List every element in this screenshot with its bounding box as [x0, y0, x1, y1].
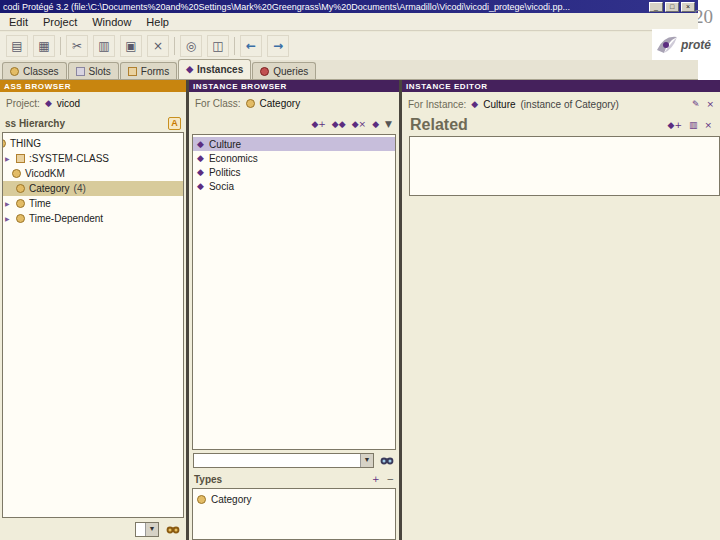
instance-of-note: (instance of Category) [521, 99, 619, 110]
tree-item-label: THING [10, 138, 41, 149]
tree-item-vicodkm[interactable]: VicodKM [3, 166, 183, 181]
expand-arrow-icon[interactable]: ▶ [5, 155, 12, 162]
for-class-name: Category [260, 98, 301, 109]
protege-logo: proté [652, 29, 720, 60]
minimize-button[interactable]: _ [649, 2, 663, 12]
superclass-combobox[interactable]: ▼ [135, 522, 159, 537]
window-controls: _ □ × [649, 2, 695, 12]
view-instance-icon[interactable]: ◆ [372, 119, 379, 129]
menu-edit[interactable]: Edit [9, 16, 28, 28]
delete-instance-icon[interactable]: ◆× [352, 119, 366, 129]
project-name: vicod [57, 98, 80, 109]
tab-label: Forms [141, 66, 169, 77]
tree-item-time-dependent[interactable]: ▶ Time-Dependent [3, 211, 183, 226]
instance-search-row: ▼ [189, 450, 399, 470]
remove-type-icon[interactable]: − [386, 474, 394, 484]
menu-project[interactable]: Project [43, 16, 77, 28]
menu-help[interactable]: Help [146, 16, 169, 28]
chevron-down-icon[interactable]: ▼ [360, 454, 373, 467]
tab-slots[interactable]: Slots [68, 62, 119, 79]
tree-item-label: Time [29, 198, 51, 209]
back-icon[interactable]: ← [240, 35, 262, 57]
tree-item-system-class[interactable]: ▶ :SYSTEM-CLASS [3, 151, 183, 166]
editor-empty-area [402, 196, 720, 540]
class-tree: THING ▶ :SYSTEM-CLASS VicodKM Category (… [2, 132, 184, 518]
tab-label: Queries [273, 66, 308, 77]
class-browser-panel: ASS BROWSER Project: ◆ vicod ss Hierarch… [0, 80, 186, 540]
for-class-label: For Class: [195, 98, 241, 109]
protege-window: codi Protégé 3.2 (file:\C:\Documents%20a… [0, 0, 720, 540]
instance-count: (4) [74, 183, 86, 194]
remove-related-icon[interactable]: × [704, 120, 712, 130]
type-item-category[interactable]: Category [193, 492, 395, 506]
class-icon [246, 99, 255, 108]
copy-icon[interactable]: ▥ [93, 35, 115, 57]
create-instance-icon[interactable]: ◆+ [311, 119, 325, 129]
instance-editor-panel: INSTANCE EDITOR For Instance: ◆ Culture … [402, 80, 720, 540]
tab-queries[interactable]: Queries [252, 62, 316, 79]
tree-item-category[interactable]: Category (4) [3, 181, 183, 196]
copy-instance-icon[interactable]: ◆◆ [332, 119, 346, 129]
tree-item-time[interactable]: ▶ Time [3, 196, 183, 211]
cut-icon[interactable]: ✂ [66, 35, 88, 57]
instance-label: Socia [209, 181, 234, 192]
find-instance-icon[interactable] [378, 453, 395, 468]
tab-label: Slots [89, 66, 111, 77]
class-browser-header: ASS BROWSER [0, 80, 186, 92]
instance-label: Culture [209, 139, 241, 150]
tab-instances[interactable]: ◆ Instances [178, 59, 251, 79]
tree-item-label: VicodKM [25, 168, 65, 179]
instance-icon: ◆ [186, 65, 193, 74]
instance-item-socia[interactable]: ◆ Socia [193, 179, 395, 193]
main-toolbar: ▤ ▦ ✂ ▥ ▣ × ◎ ◫ ← → [0, 32, 652, 60]
tab-forms[interactable]: Forms [120, 62, 177, 79]
for-instance-name: Culture [483, 99, 515, 110]
project-icon: ◆ [45, 99, 52, 108]
search-input[interactable]: ▼ [193, 453, 374, 468]
slot-icon [76, 67, 85, 76]
forward-icon[interactable]: → [267, 35, 289, 57]
hierarchy-tool-icon[interactable]: A [168, 117, 181, 130]
paste-icon[interactable]: ▣ [120, 35, 142, 57]
project-label: Project: [6, 98, 40, 109]
maximize-button[interactable]: □ [665, 2, 679, 12]
tree-item-label: Category [29, 183, 70, 194]
related-label: Related [410, 116, 468, 134]
instance-item-culture[interactable]: ◆ Culture [193, 137, 395, 151]
tree-item-thing[interactable]: THING [3, 136, 183, 151]
tab-classes[interactable]: Classes [2, 62, 67, 79]
title-bar[interactable]: codi Protégé 3.2 (file:\C:\Documents%20a… [0, 0, 698, 13]
toolbar-separator [174, 37, 175, 55]
instance-item-economics[interactable]: ◆ Economics [193, 151, 395, 165]
save-project-icon[interactable]: ▦ [33, 35, 55, 57]
add-type-icon[interactable]: + [372, 474, 380, 484]
menu-window[interactable]: Window [92, 16, 131, 28]
expand-arrow-icon[interactable]: ▶ [5, 200, 12, 207]
protege-logo-icon [655, 33, 679, 57]
delete-icon[interactable]: × [147, 35, 169, 57]
class-icon [16, 199, 25, 208]
instance-item-politics[interactable]: ◆ Politics [193, 165, 395, 179]
close-button[interactable]: × [681, 2, 695, 12]
find-icon[interactable]: ◎ [180, 35, 202, 57]
window-title: codi Protégé 3.2 (file:\C:\Documents%20a… [3, 2, 649, 12]
for-class-row: For Class: Category [189, 92, 399, 114]
close-editor-icon[interactable]: × [706, 99, 714, 109]
expand-arrow-icon[interactable]: ▶ [5, 215, 12, 222]
instance-icon: ◆ [197, 154, 204, 163]
types-list: Category [192, 488, 396, 540]
diagram-icon[interactable]: ◫ [207, 35, 229, 57]
chevron-down-icon[interactable]: ▼ [145, 523, 158, 536]
types-header: Types + − [189, 470, 399, 488]
binoculars-icon [166, 523, 180, 535]
annotate-icon[interactable]: ✎ [692, 99, 700, 109]
add-related-icon[interactable]: ▥ [689, 120, 698, 130]
related-values-list[interactable] [409, 136, 720, 196]
new-project-icon[interactable]: ▤ [6, 35, 28, 57]
list-menu-icon[interactable]: ▼ [385, 119, 392, 129]
tree-item-label: :SYSTEM-CLASS [29, 153, 109, 164]
create-related-icon[interactable]: ◆+ [667, 120, 681, 130]
class-hierarchy-row: ss Hierarchy A [0, 114, 186, 132]
instance-browser-header: INSTANCE BROWSER [189, 80, 399, 92]
find-class-icon[interactable] [164, 522, 181, 537]
